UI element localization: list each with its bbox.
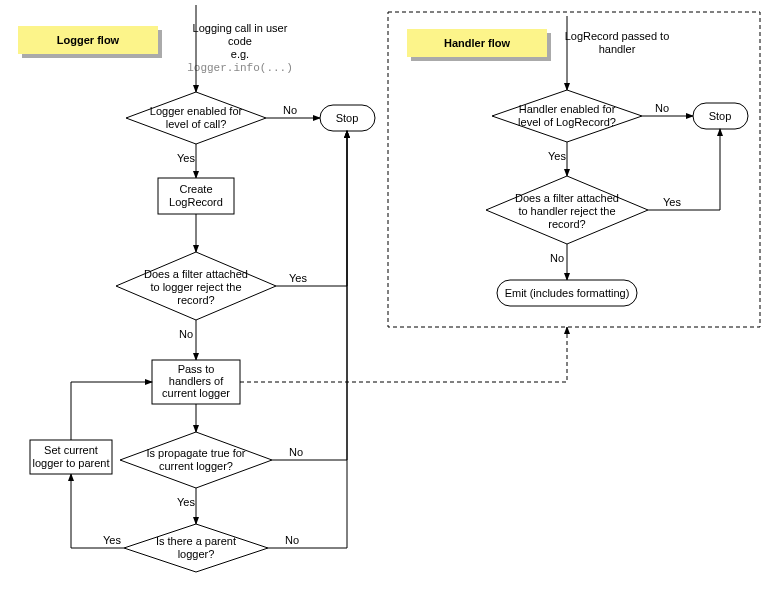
logger-filter-decision: Does a filter attached to logger reject … [116,252,276,320]
handler-flow-title-text: Handler flow [444,37,510,49]
svg-text:level of LogRecord?: level of LogRecord? [518,116,616,128]
handler-flow-title: Handler flow [407,29,551,61]
svg-text:Emit (includes formatting): Emit (includes formatting) [505,287,630,299]
svg-text:Is propagate true for: Is propagate true for [146,447,245,459]
svg-text:handlers of: handlers of [169,375,224,387]
svg-text:e.g.: e.g. [231,48,249,60]
svg-text:Create: Create [179,183,212,195]
create-logrecord-box: Create LogRecord [158,178,234,214]
svg-text:logger?: logger? [178,548,215,560]
logger-d3-no-label: No [289,446,303,458]
svg-text:record?: record? [548,218,585,230]
svg-text:logger.info(...): logger.info(...) [187,62,293,74]
svg-text:Is there a parent: Is there a parent [156,535,236,547]
logger-d4-no-label: No [285,534,299,546]
logger-d1-no-label: No [283,104,297,116]
handler-d2-yes-label: Yes [663,196,681,208]
svg-text:to handler reject the: to handler reject the [518,205,615,217]
svg-text:Stop: Stop [336,112,359,124]
handler-d1-no-label: No [655,102,669,114]
svg-text:logger to parent: logger to parent [32,457,109,469]
set-parent-box: Set current logger to parent [30,440,112,474]
svg-text:Logger enabled for: Logger enabled for [150,105,243,117]
handler-stop: Stop [693,103,748,129]
logger-d4-yes-label: Yes [103,534,121,546]
emit-terminator: Emit (includes formatting) [497,280,637,306]
logger-flow-title-text: Logger flow [57,34,120,46]
svg-text:current logger: current logger [162,387,230,399]
logger-stop: Stop [320,105,375,131]
svg-text:Stop: Stop [709,110,732,122]
svg-text:code: code [228,35,252,47]
svg-text:LogRecord: LogRecord [169,196,223,208]
svg-text:Pass to: Pass to [178,363,215,375]
svg-text:Logging call in user: Logging call in user [193,22,288,34]
logger-flow-title: Logger flow [18,26,162,58]
logger-d1-yes-label: Yes [177,152,195,164]
svg-text:to logger reject the: to logger reject the [150,281,241,293]
svg-text:handler: handler [599,43,636,55]
propagate-decision: Is propagate true for current logger? [120,432,272,488]
handler-d2-no-label: No [550,252,564,264]
parent-logger-decision: Is there a parent logger? [124,524,268,572]
svg-text:Does a filter attached: Does a filter attached [515,192,619,204]
svg-text:record?: record? [177,294,214,306]
logger-d2-yes-label: Yes [289,272,307,284]
svg-text:LogRecord passed to: LogRecord passed to [565,30,670,42]
svg-text:Does a filter attached: Does a filter attached [144,268,248,280]
svg-text:level of call?: level of call? [166,118,227,130]
logger-start: Logging call in user code e.g. logger.in… [187,22,293,74]
svg-text:current logger?: current logger? [159,460,233,472]
logger-enabled-decision: Logger enabled for level of call? [126,92,266,144]
handler-d1-yes-label: Yes [548,150,566,162]
pass-to-handlers-box: Pass to handlers of current logger [152,360,240,404]
logger-d3-yes-label: Yes [177,496,195,508]
logger-d2-no-label: No [179,328,193,340]
svg-text:Set current: Set current [44,444,98,456]
svg-text:Handler enabled for: Handler enabled for [519,103,616,115]
